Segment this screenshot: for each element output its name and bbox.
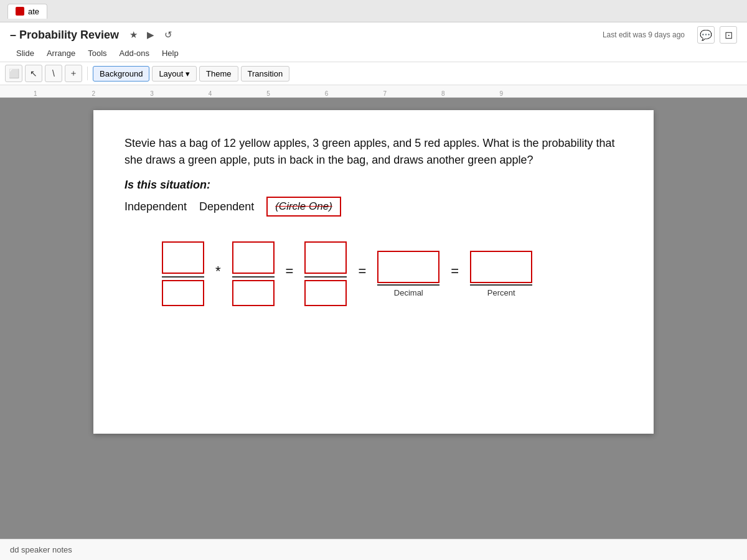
ruler-2: 2: [65, 90, 123, 97]
title-icons: ★ ▶ ↺: [126, 28, 175, 42]
ruler: 1 2 3 4 5 6 7 8 9: [0, 85, 747, 98]
equals-operator-1: =: [286, 263, 294, 284]
layout-label: Layout ▾: [159, 69, 190, 78]
menu-bar: Slide Arrange Tools Add-ons Help: [0, 45, 747, 62]
ruler-9: 9: [472, 90, 531, 97]
background-label: Background: [100, 69, 143, 78]
equals-operator-2: =: [358, 263, 366, 284]
app-header: – Probability Review ★ ▶ ↺ Last edit was…: [0, 22, 747, 62]
fraction-1-numerator[interactable]: [162, 241, 204, 274]
ruler-5: 5: [239, 90, 298, 97]
app-title-row: – Probability Review ★ ▶ ↺ Last edit was…: [0, 22, 747, 45]
chat-icon[interactable]: 💬: [697, 26, 715, 44]
percent-group: Percent: [470, 251, 532, 297]
theme-btn[interactable]: Theme: [199, 66, 238, 82]
corner-icons: 💬 ⊡: [697, 26, 737, 44]
layout-btn[interactable]: Layout ▾: [152, 66, 197, 82]
ruler-1: 1: [6, 90, 65, 97]
ruler-3: 3: [123, 90, 181, 97]
background-btn[interactable]: Background: [93, 66, 149, 82]
refresh-icon[interactable]: ↺: [161, 28, 175, 42]
fraction-3-numerator[interactable]: [304, 241, 347, 274]
add-btn[interactable]: ＋: [65, 65, 82, 82]
menu-help[interactable]: Help: [156, 46, 185, 60]
tab-label: ate: [28, 7, 39, 16]
shape-btn[interactable]: \: [45, 65, 62, 82]
theme-label: Theme: [206, 69, 231, 78]
fraction-1: [162, 241, 204, 306]
undo-btn[interactable]: ⬜: [5, 65, 22, 82]
slide-choices: Independent Dependent (Circle One): [125, 197, 622, 217]
separator-1: [87, 67, 88, 80]
bottom-bar: dd speaker notes: [0, 539, 747, 560]
transition-label: Transition: [248, 69, 283, 78]
fraction-1-line: [162, 276, 204, 278]
slide-question: Stevie has a bag of 12 yellow apples, 3 …: [125, 135, 622, 169]
percent-label: Percent: [487, 288, 515, 297]
select-btn[interactable]: ↖: [25, 65, 42, 82]
menu-tools[interactable]: Tools: [82, 46, 113, 60]
menu-addons[interactable]: Add-ons: [113, 46, 156, 60]
fraction-2-line: [232, 276, 275, 278]
ruler-6: 6: [298, 90, 356, 97]
percent-box[interactable]: [470, 251, 532, 283]
speaker-notes-link[interactable]: dd speaker notes: [10, 545, 72, 554]
equals-operator-3: =: [451, 263, 459, 284]
ruler-4: 4: [181, 90, 240, 97]
slide-situation: Is this situation:: [125, 179, 622, 192]
browser-tab[interactable]: ate: [7, 4, 47, 19]
menu-slide[interactable]: Slide: [10, 46, 40, 60]
toolbar: ⬜ ↖ \ ＋ Background Layout ▾ Theme Transi…: [0, 62, 747, 85]
fraction-3-denominator[interactable]: [304, 280, 347, 306]
star-icon[interactable]: ★: [126, 28, 140, 42]
fraction-area: * = = Decimal: [125, 241, 622, 306]
fraction-2-numerator[interactable]: [232, 241, 275, 274]
fraction-2: [232, 241, 275, 306]
decimal-label: Decimal: [394, 288, 423, 297]
fraction-3-line: [304, 276, 347, 278]
fraction-2-denominator[interactable]: [232, 280, 275, 306]
last-edit-label: Last edit was 9 days ago: [603, 30, 685, 39]
choice-independent: Independent: [125, 200, 187, 213]
share-icon[interactable]: ⊡: [720, 26, 737, 44]
ruler-7: 7: [355, 90, 414, 97]
slide: Stevie has a bag of 12 yellow apples, 3 …: [93, 110, 654, 434]
browser-tab-bar: ate: [0, 0, 747, 22]
circle-one-box: (Circle One): [266, 197, 341, 217]
present-icon[interactable]: ▶: [144, 28, 157, 42]
ruler-marks: 1 2 3 4 5 6 7 8 9: [6, 85, 747, 97]
menu-arrange[interactable]: Arrange: [40, 46, 82, 60]
decimal-line: [377, 284, 439, 286]
decimal-box[interactable]: [377, 251, 439, 283]
slide-area: Stevie has a bag of 12 yellow apples, 3 …: [0, 98, 747, 547]
tab-favicon: [16, 7, 24, 16]
percent-line: [470, 284, 532, 286]
decimal-group: Decimal: [377, 251, 439, 297]
multiply-operator: *: [215, 263, 221, 284]
fraction-3: [304, 241, 347, 306]
transition-btn[interactable]: Transition: [241, 66, 290, 82]
app-title: – Probability Review: [10, 29, 119, 42]
fraction-1-denominator[interactable]: [162, 280, 204, 306]
ruler-8: 8: [414, 90, 472, 97]
choice-dependent: Dependent: [199, 200, 254, 213]
